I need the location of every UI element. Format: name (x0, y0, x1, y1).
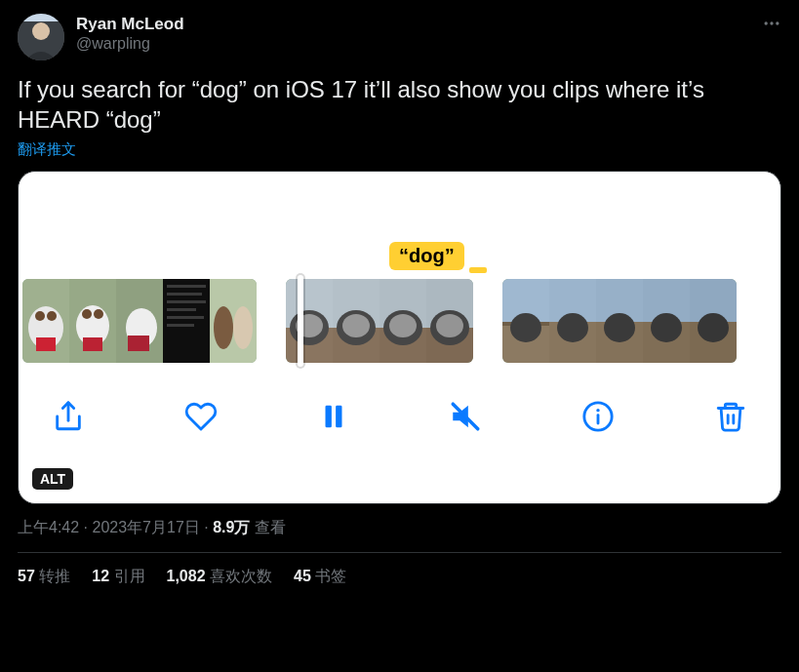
clip-group-3[interactable] (502, 279, 737, 363)
thumbnail (643, 279, 690, 363)
svg-rect-21 (167, 293, 202, 296)
more-button[interactable] (762, 14, 781, 38)
translate-link[interactable]: 翻译推文 (18, 140, 76, 159)
trash-icon[interactable] (714, 400, 747, 433)
svg-point-48 (510, 313, 541, 342)
thumbnail (210, 279, 257, 363)
svg-rect-2 (18, 14, 64, 21)
thumbnail (549, 279, 596, 363)
svg-point-27 (214, 306, 233, 349)
clip-group-1[interactable] (22, 279, 257, 363)
svg-point-1 (32, 22, 50, 40)
svg-point-57 (651, 313, 682, 342)
svg-point-9 (47, 311, 57, 321)
svg-point-5 (776, 21, 779, 24)
svg-rect-63 (336, 406, 341, 428)
views-label: 查看 (255, 519, 286, 535)
svg-point-28 (233, 306, 253, 349)
avatar[interactable] (18, 14, 64, 60)
svg-rect-19 (163, 279, 210, 363)
search-term-label: “dog” (389, 242, 464, 270)
tweet-time[interactable]: 上午4:42 (18, 519, 79, 535)
tweet-header: Ryan McLeod @warpling (18, 14, 781, 60)
likes-stat[interactable]: 1,082 喜欢次数 (167, 567, 273, 587)
svg-point-3 (765, 21, 768, 24)
thumbnail (69, 279, 116, 363)
media-whitespace: “dog” (19, 172, 780, 279)
media-toolbar (19, 382, 780, 451)
bookmarks-stat[interactable]: 45 书签 (294, 567, 346, 587)
playhead-icon[interactable] (298, 275, 303, 367)
svg-point-68 (596, 409, 599, 412)
svg-rect-25 (167, 324, 194, 327)
clip-group-2[interactable] (286, 279, 473, 363)
views-count: 8.9万 (213, 519, 250, 535)
thumbnail (596, 279, 643, 363)
thumbnail (286, 279, 333, 363)
handle[interactable]: @warpling (76, 34, 184, 54)
svg-rect-62 (325, 406, 331, 428)
info-icon[interactable] (581, 400, 615, 433)
thumbnail (380, 279, 426, 363)
thumbnail (426, 279, 473, 363)
thumbnail (163, 279, 210, 363)
svg-point-51 (557, 313, 588, 342)
tweet-stats: 57 转推 12 引用 1,082 喜欢次数 45 书签 (18, 553, 781, 597)
svg-point-40 (389, 314, 417, 337)
svg-rect-10 (36, 337, 56, 351)
alt-badge[interactable]: ALT (32, 468, 73, 490)
svg-rect-24 (167, 316, 204, 319)
svg-point-36 (342, 314, 370, 337)
tweet-date[interactable]: 2023年7月17日 (92, 519, 199, 535)
thumbnail (502, 279, 549, 363)
mute-icon[interactable] (449, 400, 482, 433)
thumbnail (22, 279, 69, 363)
tweet: Ryan McLeod @warpling If you search for … (0, 0, 799, 607)
thumbnail (333, 279, 380, 363)
filmstrip (19, 279, 780, 363)
media-card[interactable]: “dog” (18, 171, 781, 504)
svg-point-8 (35, 311, 45, 321)
display-name[interactable]: Ryan McLeod (76, 14, 184, 34)
svg-rect-22 (167, 300, 206, 303)
quotes-stat[interactable]: 12 引用 (92, 567, 144, 587)
svg-point-44 (436, 314, 463, 337)
svg-point-60 (698, 313, 729, 342)
thumbnail (690, 279, 737, 363)
svg-rect-15 (83, 337, 102, 351)
svg-rect-20 (167, 285, 206, 288)
tweet-text: If you search for “dog” on iOS 17 it’ll … (18, 74, 781, 135)
retweets-stat[interactable]: 57 转推 (18, 567, 70, 587)
tweet-meta: 上午4:42 · 2023年7月17日 · 8.9万 查看 (18, 518, 781, 553)
svg-point-14 (94, 309, 103, 319)
playhead-tick-icon (469, 267, 487, 273)
heart-icon[interactable] (184, 400, 218, 433)
svg-point-54 (604, 313, 635, 342)
svg-point-4 (770, 21, 773, 24)
pause-icon[interactable] (317, 400, 350, 433)
thumbnail (116, 279, 163, 363)
svg-rect-23 (167, 308, 196, 311)
svg-rect-18 (128, 336, 149, 351)
share-icon[interactable] (52, 400, 85, 433)
svg-point-13 (82, 309, 92, 319)
author-names: Ryan McLeod @warpling (76, 14, 184, 54)
